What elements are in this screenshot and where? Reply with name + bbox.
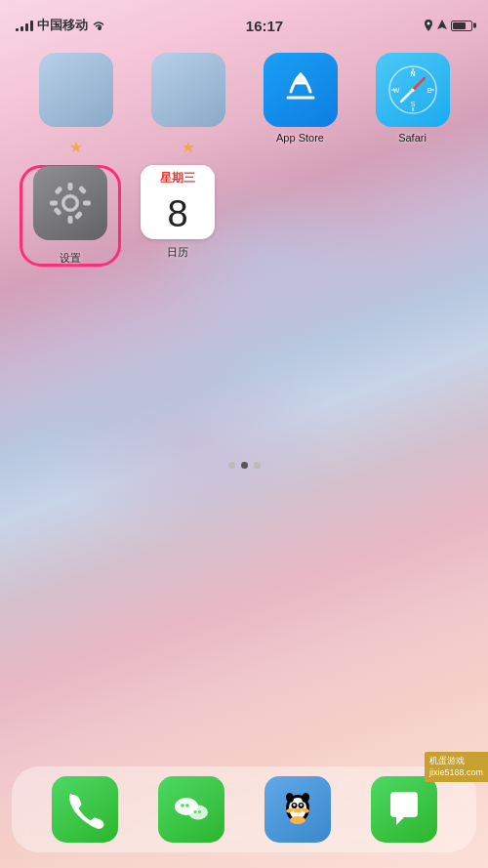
svg-rect-24 xyxy=(54,186,62,194)
svg-point-29 xyxy=(188,806,208,820)
settings-icon[interactable] xyxy=(33,166,107,240)
time-display: 16:17 xyxy=(246,18,283,34)
svg-rect-26 xyxy=(53,207,61,216)
svg-text:E: E xyxy=(427,87,431,94)
svg-point-43 xyxy=(290,816,305,824)
dot-1[interactable] xyxy=(228,462,235,469)
svg-point-38 xyxy=(293,804,295,806)
folder1-item[interactable] xyxy=(39,53,113,127)
signal-icon xyxy=(16,20,33,31)
safari-logo: N S W E xyxy=(384,61,442,119)
svg-rect-25 xyxy=(74,211,83,220)
navigation-icon xyxy=(437,20,447,31)
appstore-icon[interactable] xyxy=(264,53,338,127)
safari-label: Safari xyxy=(398,132,427,144)
svg-line-6 xyxy=(413,78,425,90)
svg-marker-16 xyxy=(70,142,82,152)
messages-logo xyxy=(383,788,426,831)
svg-point-40 xyxy=(294,808,302,813)
wechat-logo xyxy=(169,787,214,832)
location-icon xyxy=(424,20,433,31)
status-icons xyxy=(424,20,472,31)
svg-point-31 xyxy=(185,804,189,807)
svg-text:N: N xyxy=(410,70,415,77)
phone-logo xyxy=(64,789,105,830)
folder1-icon[interactable] xyxy=(39,53,113,127)
appstore-item[interactable]: App Store xyxy=(264,53,338,144)
settings-item[interactable]: 设置 xyxy=(33,166,107,266)
qq-logo xyxy=(275,787,320,832)
star-badge-1 xyxy=(68,140,84,155)
settings-highlight-container: 设置 xyxy=(20,165,121,267)
qq-dock-item[interactable] xyxy=(264,776,331,843)
wifi-icon xyxy=(92,20,105,31)
phone-dock-item[interactable] xyxy=(52,776,118,843)
svg-text:S: S xyxy=(410,101,415,107)
safari-item[interactable]: N S W E Safari xyxy=(376,53,450,144)
svg-point-39 xyxy=(300,804,302,806)
svg-rect-20 xyxy=(68,183,73,190)
dot-3[interactable] xyxy=(254,462,261,469)
carrier-name: 中国移动 xyxy=(37,17,88,34)
svg-point-19 xyxy=(65,198,76,209)
folder2-icon[interactable] xyxy=(151,53,225,127)
svg-rect-21 xyxy=(68,216,73,224)
battery-icon xyxy=(451,21,472,31)
carrier-signal: 中国移动 xyxy=(16,17,105,34)
calendar-weekday: 星期三 xyxy=(141,165,215,188)
svg-marker-17 xyxy=(183,142,194,152)
phone-icon[interactable] xyxy=(52,776,118,843)
svg-text:W: W xyxy=(392,87,399,94)
appstore-logo xyxy=(277,66,324,113)
settings-label: 设置 xyxy=(60,251,81,266)
watermark-line1: 机蛋游戏 xyxy=(429,755,483,767)
messages-dock-item[interactable] xyxy=(371,776,437,843)
svg-rect-22 xyxy=(50,201,58,206)
appstore-label: App Store xyxy=(276,132,324,144)
folder2-item[interactable] xyxy=(151,53,225,127)
wechat-dock-item[interactable] xyxy=(158,776,224,843)
watermark-line2: jixie5188.com xyxy=(429,766,483,779)
page-dots xyxy=(0,462,488,469)
messages-icon[interactable] xyxy=(371,776,437,843)
star-badge-2 xyxy=(181,140,196,155)
svg-point-32 xyxy=(193,810,196,813)
wechat-icon[interactable] xyxy=(158,776,224,843)
calendar-icon[interactable]: 星期三 8 xyxy=(141,165,215,239)
watermark: 机蛋游戏 jixie5188.com xyxy=(425,752,488,782)
svg-point-30 xyxy=(181,804,184,807)
svg-rect-27 xyxy=(78,186,87,194)
svg-point-0 xyxy=(427,22,430,25)
svg-rect-23 xyxy=(83,201,91,206)
svg-point-33 xyxy=(198,810,201,813)
svg-marker-1 xyxy=(437,20,447,29)
qq-icon[interactable] xyxy=(264,776,331,843)
calendar-item[interactable]: 星期三 8 日历 xyxy=(141,165,215,260)
calendar-day: 8 xyxy=(167,188,187,239)
gear-icon xyxy=(44,177,97,229)
calendar-label: 日历 xyxy=(141,245,215,260)
status-bar: 中国移动 16:17 xyxy=(0,0,488,43)
dock xyxy=(12,766,476,852)
dot-2[interactable] xyxy=(241,462,248,469)
safari-icon[interactable]: N S W E xyxy=(376,53,450,127)
